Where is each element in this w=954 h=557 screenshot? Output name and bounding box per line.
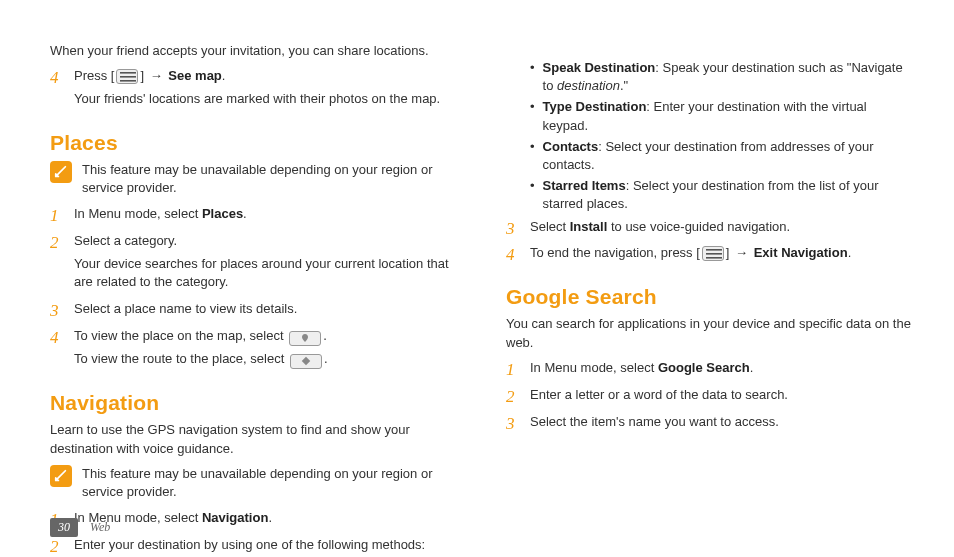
- gs-step-3: 3 Select the item's name you want to acc…: [506, 413, 914, 436]
- bold: Contacts: [543, 139, 599, 154]
- step-body: To end the navigation, press [] → Exit N…: [530, 244, 914, 267]
- nav-step-3: 3 Select Install to use voice-guided nav…: [506, 218, 914, 241]
- gs-intro: You can search for applications in your …: [506, 315, 914, 353]
- step-body: Select Install to use voice-guided navig…: [530, 218, 914, 241]
- step-body: Enter your destination by using one of t…: [74, 536, 458, 557]
- nav-step-4: 4 To end the navigation, press [] → Exit…: [506, 244, 914, 267]
- text: .": [620, 78, 628, 93]
- bold: See map: [168, 68, 221, 83]
- places-step-3: 3 Select a place name to view its detail…: [50, 300, 458, 323]
- bold: Places: [202, 206, 243, 221]
- text: .: [848, 245, 852, 260]
- text: In Menu mode, select: [74, 206, 202, 221]
- bold: Navigation: [202, 510, 268, 525]
- text: .: [243, 206, 247, 221]
- svg-rect-5: [706, 253, 722, 255]
- page-number: 30: [50, 518, 78, 537]
- step-number: 4: [50, 327, 64, 348]
- text: To view the place on the map, select: [74, 328, 287, 343]
- step-body: Press [] → See map. Your friends' locati…: [74, 67, 458, 113]
- note-text: This feature may be unavailable dependin…: [82, 161, 458, 197]
- bold: Speak Destination: [543, 60, 656, 75]
- text: .: [268, 510, 272, 525]
- navigation-heading: Navigation: [50, 391, 458, 415]
- step-number: 4: [50, 67, 64, 88]
- map-pin-icon: [289, 331, 321, 346]
- text: to use voice-guided navigation.: [607, 219, 790, 234]
- bold: Exit Navigation: [754, 245, 848, 260]
- bold: Google Search: [658, 360, 750, 375]
- step-number: 1: [50, 205, 64, 226]
- arrow: →: [146, 68, 166, 83]
- bullet-dot: •: [530, 59, 535, 77]
- svg-rect-6: [706, 257, 722, 259]
- text: Select the item's name you want to acces…: [530, 413, 914, 432]
- step-body: In Menu mode, select Places.: [74, 205, 458, 228]
- text: Enter a letter or a word of the data to …: [530, 386, 914, 405]
- text: .: [750, 360, 754, 375]
- step-body: Enter a letter or a word of the data to …: [530, 386, 914, 409]
- step-number: 2: [50, 536, 64, 557]
- step-body: Select a category. Your device searches …: [74, 232, 458, 297]
- text: Select: [530, 219, 570, 234]
- bullet-contacts: • Contacts: Select your destination from…: [530, 138, 914, 174]
- italic: destination: [557, 78, 620, 93]
- gs-step-1: 1 In Menu mode, select Google Search.: [506, 359, 914, 382]
- menu-icon: [116, 69, 138, 84]
- note-icon: [50, 465, 72, 487]
- page: When your friend accepts your invitation…: [0, 0, 954, 557]
- menu-icon: [702, 246, 724, 261]
- bullet-dot: •: [530, 98, 535, 116]
- sub-text: Your friends' locations are marked with …: [74, 90, 458, 109]
- nav-intro: Learn to use the GPS navigation system t…: [50, 421, 458, 459]
- text: .: [323, 328, 327, 343]
- nav-step-1: 1 In Menu mode, select Navigation.: [50, 509, 458, 532]
- right-column: • Speak Destination: Speak your destinat…: [506, 40, 914, 557]
- gs-step-2: 2 Enter a letter or a word of the data t…: [506, 386, 914, 409]
- bold: Type Destination: [543, 99, 647, 114]
- text: Select a place name to view its details.: [74, 300, 458, 319]
- step-number: 3: [50, 300, 64, 321]
- step-body: In Menu mode, select Navigation.: [74, 509, 458, 532]
- text: In Menu mode, select: [530, 360, 658, 375]
- bullet-dot: •: [530, 138, 535, 156]
- footer: 30 Web: [50, 518, 110, 537]
- places-note: This feature may be unavailable dependin…: [50, 161, 458, 197]
- text: .: [324, 351, 328, 366]
- bullet-dot: •: [530, 177, 535, 195]
- nav-step-2: 2 Enter your destination by using one of…: [50, 536, 458, 557]
- google-search-heading: Google Search: [506, 285, 914, 309]
- sub-text: Your device searches for places around y…: [74, 255, 458, 293]
- bold: Starred Items: [543, 178, 626, 193]
- step-number: 2: [50, 232, 64, 253]
- note-icon: [50, 161, 72, 183]
- step-body: To view the place on the map, select . T…: [74, 327, 458, 373]
- friend-invite-text: When your friend accepts your invitation…: [50, 42, 458, 61]
- text: Select a category.: [74, 232, 458, 251]
- arrow: →: [731, 245, 751, 260]
- places-step-1: 1 In Menu mode, select Places.: [50, 205, 458, 228]
- prev-step-4: 4 Press [] → See map. Your friends' loca…: [50, 67, 458, 113]
- footer-section: Web: [90, 520, 110, 535]
- text: ]: [726, 245, 730, 260]
- note-text: This feature may be unavailable dependin…: [82, 465, 458, 501]
- text: Press [: [74, 68, 114, 83]
- left-column: When your friend accepts your invitation…: [50, 40, 458, 557]
- step-body: Select a place name to view its details.: [74, 300, 458, 323]
- svg-rect-4: [706, 249, 722, 251]
- text: .: [222, 68, 226, 83]
- directions-icon: [290, 354, 322, 369]
- step-number: 3: [506, 218, 520, 239]
- step-number: 4: [506, 244, 520, 265]
- places-step-2: 2 Select a category. Your device searche…: [50, 232, 458, 297]
- bullet-type: • Type Destination: Enter your destinati…: [530, 98, 914, 134]
- places-step-4: 4 To view the place on the map, select .…: [50, 327, 458, 373]
- bullet-speak: • Speak Destination: Speak your destinat…: [530, 59, 914, 95]
- bullet-starred: • Starred Items: Select your destination…: [530, 177, 914, 213]
- bold: Install: [570, 219, 608, 234]
- step-number: 1: [506, 359, 520, 380]
- step-number: 2: [506, 386, 520, 407]
- svg-rect-0: [120, 72, 136, 74]
- svg-rect-2: [120, 80, 136, 82]
- nav-note: This feature may be unavailable dependin…: [50, 465, 458, 501]
